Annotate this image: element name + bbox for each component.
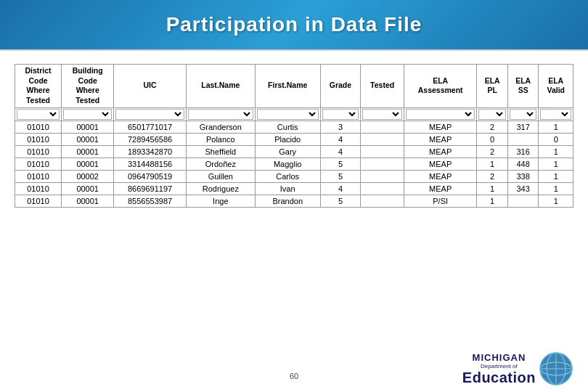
table-row: 01010000011893342870SheffieldGary4MEAP23… <box>15 145 573 158</box>
cell-last_name: Inge <box>186 195 255 207</box>
filter-ela-pl[interactable] <box>477 107 508 121</box>
cell-first_name: Magglio <box>255 158 320 170</box>
cell-last_name: Polanco <box>186 133 255 145</box>
cell-ela_pl: 2 <box>477 145 508 158</box>
data-table: DistrictCodeWhereTested BuildingCodeWher… <box>15 64 573 208</box>
cell-tested <box>361 121 404 133</box>
cell-ela_pl: 1 <box>477 195 508 207</box>
cell-grade: 4 <box>320 145 361 158</box>
cell-building_code: 00001 <box>62 121 114 133</box>
cell-district_code: 01010 <box>15 133 62 145</box>
col-header-tested: Tested <box>361 65 404 108</box>
cell-district_code: 01010 <box>15 158 62 170</box>
table-row: 01010000017289456586PolancoPlacido4MEAP0… <box>15 133 573 145</box>
cell-first_name: Curtis <box>255 121 320 133</box>
cell-ela_pl: 2 <box>477 121 508 133</box>
logo-michigan-text: MICHIGAN <box>473 352 526 363</box>
cell-building_code: 00001 <box>62 145 114 158</box>
col-header-ela-pl: ELAPL <box>477 65 508 108</box>
filter-building-select[interactable] <box>63 109 112 120</box>
cell-first_name: Placido <box>255 133 320 145</box>
filter-ela-ss[interactable] <box>507 107 539 121</box>
filter-ela-valid-select[interactable] <box>540 109 571 120</box>
filter-lastname[interactable] <box>186 107 255 121</box>
col-header-district: DistrictCodeWhereTested <box>15 65 62 108</box>
cell-ela_ss: 338 <box>507 170 539 182</box>
cell-grade: 4 <box>320 182 361 195</box>
cell-district_code: 01010 <box>15 195 62 207</box>
filter-grade-select[interactable] <box>322 109 359 120</box>
col-header-ela-valid: ELAValid <box>539 65 573 108</box>
cell-ela_ss: 448 <box>507 158 539 170</box>
cell-last_name: Ordoñez <box>186 158 255 170</box>
cell-building_code: 00002 <box>62 170 114 182</box>
cell-ela_valid: 1 <box>539 158 573 170</box>
michigan-logo: MICHIGAN Department of Education <box>462 351 573 386</box>
cell-first_name: Brandon <box>255 195 320 207</box>
cell-ela_ss: 343 <box>507 182 539 195</box>
filter-firstname-select[interactable] <box>257 109 319 120</box>
cell-first_name: Ivan <box>255 182 320 195</box>
cell-ela_valid: 1 <box>539 145 573 158</box>
cell-ela_assessment: MEAP <box>404 182 476 195</box>
cell-first_name: Carlos <box>255 170 320 182</box>
cell-tested <box>361 195 404 207</box>
filter-ela-ss-select[interactable] <box>510 109 537 120</box>
footer: 60 MICHIGAN Department of Education <box>0 351 588 386</box>
cell-uic: 6501771017 <box>114 121 186 133</box>
filter-uic[interactable] <box>114 107 186 121</box>
cell-ela_pl: 0 <box>477 133 508 145</box>
cell-uic: 1893342870 <box>114 145 186 158</box>
filter-district[interactable] <box>15 107 62 121</box>
cell-ela_assessment: MEAP <box>404 170 476 182</box>
filter-ela-assessment-select[interactable] <box>406 109 475 120</box>
cell-district_code: 01010 <box>15 121 62 133</box>
cell-ela_valid: 1 <box>539 182 573 195</box>
filter-lastname-select[interactable] <box>188 109 253 120</box>
col-header-firstname: First.Name <box>255 65 320 108</box>
filter-district-select[interactable] <box>17 109 60 120</box>
cell-last_name: Guillen <box>186 170 255 182</box>
cell-ela_valid: 1 <box>539 170 573 182</box>
filter-ela-valid[interactable] <box>539 107 573 121</box>
filter-tested-select[interactable] <box>362 109 402 120</box>
table-filter-row <box>15 107 573 121</box>
table-body: 01010000016501771017GrandersonCurtis3MEA… <box>15 121 573 207</box>
col-header-grade: Grade <box>320 65 361 108</box>
filter-grade[interactable] <box>320 107 361 121</box>
filter-firstname[interactable] <box>255 107 320 121</box>
cell-tested <box>361 182 404 195</box>
table-row: 01010000018669691197RodriguezIvan4MEAP13… <box>15 182 573 195</box>
cell-ela_ss: 316 <box>507 145 539 158</box>
cell-tested <box>361 170 404 182</box>
col-header-lastname: Last.Name <box>186 65 255 108</box>
cell-last_name: Rodriguez <box>186 182 255 195</box>
cell-uic: 7289456586 <box>114 133 186 145</box>
col-header-uic: UIC <box>114 65 186 108</box>
filter-uic-select[interactable] <box>115 109 184 120</box>
logo-education-text: Education <box>462 369 536 386</box>
cell-ela_pl: 2 <box>477 170 508 182</box>
cell-ela_ss <box>507 133 539 145</box>
cell-building_code: 00001 <box>62 133 114 145</box>
col-header-building: BuildingCodeWhereTested <box>62 65 114 108</box>
main-content: DistrictCodeWhereTested BuildingCodeWher… <box>0 51 588 215</box>
table-row: 01010000020964790519GuillenCarlos5MEAP23… <box>15 170 573 182</box>
page-title: Participation in Data File <box>166 13 422 36</box>
cell-grade: 4 <box>320 133 361 145</box>
cell-grade: 5 <box>320 170 361 182</box>
cell-ela_ss: 317 <box>507 121 539 133</box>
cell-ela_assessment: MEAP <box>404 121 476 133</box>
filter-building[interactable] <box>62 107 114 121</box>
table-row: 01010000016501771017GrandersonCurtis3MEA… <box>15 121 573 133</box>
filter-ela-assessment[interactable] <box>404 107 476 121</box>
filter-tested[interactable] <box>361 107 404 121</box>
col-header-ela-ss: ELASS <box>507 65 539 108</box>
page-number: 60 <box>290 372 298 380</box>
col-header-ela-assessment: ELAAssessment <box>404 65 476 108</box>
cell-tested <box>361 133 404 145</box>
cell-grade: 3 <box>320 121 361 133</box>
filter-ela-pl-select[interactable] <box>478 109 506 120</box>
cell-first_name: Gary <box>255 145 320 158</box>
cell-ela_assessment: P/SI <box>404 195 476 207</box>
